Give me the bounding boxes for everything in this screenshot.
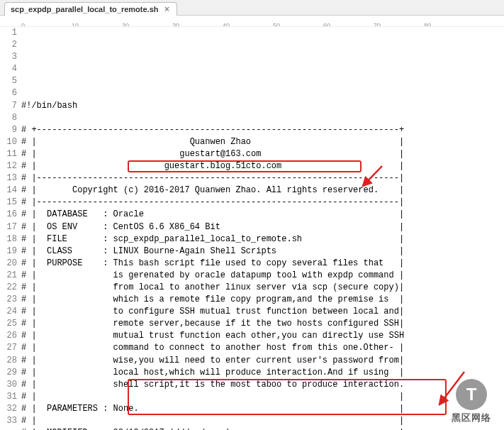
code-text: # | guestart@163.com | xyxy=(21,148,404,160)
code-line: # | FILE : scp_expdp_parallel_local_to_r… xyxy=(21,233,504,246)
line-number: 20 xyxy=(0,258,17,270)
code-text: # | mutual trust function each other,you… xyxy=(21,330,404,342)
code-line: # | remote server,because if it the two … xyxy=(21,318,504,330)
code-line: # | which is a remote file copy program,… xyxy=(21,294,504,306)
code-text: # | local host,which will produce intera… xyxy=(21,367,404,379)
code-text: # | CLASS : LINUX Bourne-Again Shell Scr… xyxy=(21,246,404,258)
line-number: 22 xyxy=(0,282,17,294)
tab-bar: scp_expdp_parallel_local_to_remote.sh × xyxy=(0,0,504,16)
code-line: # | to configure SSH mutual trust functi… xyxy=(21,306,504,318)
code-line: # | | xyxy=(21,415,504,427)
code-text: # | MODIFIED : 02/13/2017 (dd/mm/yyyy) | xyxy=(21,427,404,430)
line-number: 5 xyxy=(0,75,17,87)
code-line: # | command to connect to another host f… xyxy=(21,342,504,354)
code-text: # |-------------------------------------… xyxy=(21,197,404,209)
code-text: # |-------------------------------------… xyxy=(21,172,404,184)
line-number: 11 xyxy=(0,148,17,160)
line-number: 17 xyxy=(0,221,17,233)
code-line: # | mutual trust function each other,you… xyxy=(21,330,504,342)
code-line: # | PURPOSE : This bash script file used… xyxy=(21,258,504,270)
line-number: 28 xyxy=(0,355,17,367)
column-ruler xyxy=(0,16,504,27)
code-text: # | PARAMETERS : None. | xyxy=(21,403,404,415)
code-text: # | shell script,it is the most taboo to… xyxy=(21,379,404,391)
line-number: 16 xyxy=(0,209,17,221)
code-text: # | guestart.blog.51cto.com | xyxy=(21,160,404,172)
code-line: # | DATABASE : Oracle | xyxy=(21,209,504,221)
code-text: # | PURPOSE : This bash script file used… xyxy=(21,258,404,270)
code-line: # |-------------------------------------… xyxy=(21,172,504,184)
code-line: # | is gerenated by oracle datapump tool… xyxy=(21,270,504,282)
code-line: # |-------------------------------------… xyxy=(21,197,504,209)
code-text: # | from local to another linux server v… xyxy=(21,282,404,294)
line-number: 8 xyxy=(0,112,17,124)
code-line: # | guestart.blog.51cto.com | xyxy=(21,160,504,172)
line-number: 6 xyxy=(0,87,17,99)
line-number: 2 xyxy=(0,39,17,51)
code-line: # | local host,which will produce intera… xyxy=(21,367,504,379)
line-number: 12 xyxy=(0,160,17,172)
code-text: # | is gerenated by oracle datapump tool… xyxy=(21,270,404,282)
code-text: # | OS ENV : CentOS 6.6 X86_64 Bit | xyxy=(21,221,404,233)
line-number: 26 xyxy=(0,330,17,342)
line-number: 30 xyxy=(0,379,17,391)
file-tab[interactable]: scp_expdp_parallel_local_to_remote.sh × xyxy=(4,2,177,16)
code-line: # | shell script,it is the most taboo to… xyxy=(21,379,504,391)
code-text: # | Quanwen Zhao | xyxy=(21,136,404,148)
line-number: 19 xyxy=(0,246,17,258)
line-number: 31 xyxy=(0,391,17,403)
code-line: # | CLASS : LINUX Bourne-Again Shell Scr… xyxy=(21,246,504,258)
line-number: 9 xyxy=(0,124,17,136)
code-text: # | command to connect to another host f… xyxy=(21,342,404,354)
line-number: 32 xyxy=(0,403,17,415)
code-line: #!/bin/bash xyxy=(21,100,504,112)
line-number: 3 xyxy=(0,51,17,63)
code-area[interactable]: #!/bin/bash# +--------------------------… xyxy=(21,27,504,430)
line-number: 21 xyxy=(0,270,17,282)
code-text: # | | xyxy=(21,391,404,403)
code-text: # | to configure SSH mutual trust functi… xyxy=(21,306,404,318)
code-line: # | Copyright (c) 2016-2017 Quanwen Zhao… xyxy=(21,184,504,197)
code-line: # | from local to another linux server v… xyxy=(21,282,504,294)
code-text: # | wise,you will need to enter current … xyxy=(21,355,404,367)
line-number: 23 xyxy=(0,294,17,306)
code-text: # | DATABASE : Oracle | xyxy=(21,209,404,221)
code-text: # +-------------------------------------… xyxy=(21,124,404,136)
code-line: # | Quanwen Zhao | xyxy=(21,136,504,148)
code-line: # | wise,you will need to enter current … xyxy=(21,355,504,367)
code-text: #!/bin/bash xyxy=(21,100,77,112)
tab-filename: scp_expdp_parallel_local_to_remote.sh xyxy=(11,5,158,13)
code-text: # | Copyright (c) 2016-2017 Quanwen Zhao… xyxy=(21,184,404,197)
line-number-gutter: 1234567891011121314151617181920212223242… xyxy=(0,27,21,430)
code-line: # | PARAMETERS : None. | xyxy=(21,403,504,415)
code-text: # | remote server,because if it the two … xyxy=(21,318,404,330)
line-number: 14 xyxy=(0,184,17,197)
code-line: # | OS ENV : CentOS 6.6 X86_64 Bit | xyxy=(21,221,504,233)
line-number: 33 xyxy=(0,415,17,427)
code-line: # | | xyxy=(21,391,504,403)
close-icon[interactable]: × xyxy=(162,5,171,13)
code-line: # | MODIFIED : 02/13/2017 (dd/mm/yyyy) | xyxy=(21,427,504,430)
editor[interactable]: 1234567891011121314151617181920212223242… xyxy=(0,27,504,430)
code-text: # | FILE : scp_expdp_parallel_local_to_r… xyxy=(21,233,404,246)
line-number: 7 xyxy=(0,100,17,112)
code-line xyxy=(21,112,504,124)
line-number: 29 xyxy=(0,367,17,379)
code-line: # | guestart@163.com | xyxy=(21,148,504,160)
line-number: 15 xyxy=(0,197,17,209)
code-line: # +-------------------------------------… xyxy=(21,124,504,136)
code-text: # | | xyxy=(21,415,404,427)
line-number: 24 xyxy=(0,306,17,318)
code-text: # | which is a remote file copy program,… xyxy=(21,294,404,306)
line-number: 25 xyxy=(0,318,17,330)
line-number: 10 xyxy=(0,136,17,148)
line-number: 13 xyxy=(0,172,17,184)
line-number: 27 xyxy=(0,342,17,354)
line-number: 1 xyxy=(0,27,17,39)
line-number: 18 xyxy=(0,233,17,246)
line-number: 4 xyxy=(0,63,17,75)
